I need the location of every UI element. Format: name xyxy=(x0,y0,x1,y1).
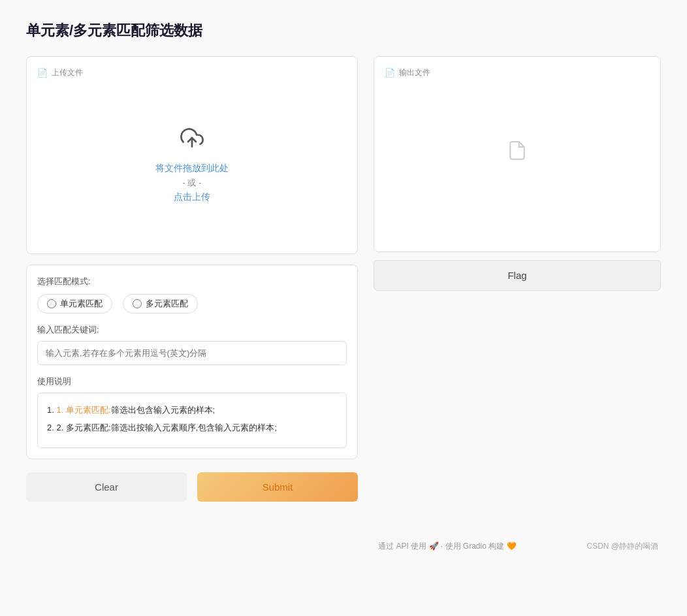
usage-box: 1. 1. 单元素匹配:筛选出包含输入元素的样本; 2. 2. 多元素匹配:筛选… xyxy=(37,393,347,448)
button-row: Clear Submit xyxy=(26,472,358,502)
radio-multi-label: 多元素匹配 xyxy=(146,298,188,310)
keyword-input[interactable] xyxy=(37,341,347,365)
drag-text: 将文件拖放到此处 xyxy=(155,163,229,174)
footer-right: CSDN @静静的喝酒 xyxy=(586,541,658,552)
usage-single-suffix: 筛选出包含输入元素的样本; xyxy=(111,405,216,415)
gradio-text: 使用 Gradio 构建 xyxy=(445,542,505,551)
footer-center: 通过 API 使用 🚀 · 使用 Gradio 构建 🧡 xyxy=(308,541,586,552)
upload-dropzone[interactable]: 将文件拖放到此处 - 或 - 点击上传 xyxy=(37,86,347,243)
footer: 通过 API 使用 🚀 · 使用 Gradio 构建 🧡 CSDN @静静的喝酒 xyxy=(26,541,661,552)
radio-single-input[interactable] xyxy=(47,299,56,308)
usage-multi-highlight: 2. 多元素匹配: xyxy=(56,423,110,432)
upload-section-label: 📄 上传文件 xyxy=(37,67,347,78)
output-section-label: 📄 输出文件 xyxy=(385,67,430,78)
click-upload-text[interactable]: 点击上传 xyxy=(174,191,210,203)
submit-button[interactable]: Submit xyxy=(197,472,358,502)
rocket-icon: 🚀 xyxy=(429,542,439,551)
radio-single-label: 单元素匹配 xyxy=(60,298,103,310)
usage-multi-suffix: 筛选出按输入元素顺序,包含输入元素的样本; xyxy=(111,423,277,432)
output-file-icon-label: 📄 xyxy=(385,68,395,78)
api-text: 通过 API 使用 xyxy=(378,542,426,551)
usage-item-1: 1. 1. 单元素匹配:筛选出包含输入元素的样本; xyxy=(47,402,337,417)
options-card: 选择匹配模式: 单元素匹配 多元素匹配 输入匹配关键词: 使用说明 xyxy=(26,265,358,459)
radio-single[interactable]: 单元素匹配 xyxy=(37,294,112,314)
radio-group: 单元素匹配 多元素匹配 xyxy=(37,294,347,314)
radio-multi-input[interactable] xyxy=(133,299,142,308)
flag-button[interactable]: Flag xyxy=(374,260,661,291)
match-mode-label: 选择匹配模式: xyxy=(37,276,347,287)
file-icon: 📄 xyxy=(37,68,48,78)
upload-card: 📄 上传文件 将文件拖放到此处 - 或 - 点击上传 xyxy=(26,56,358,254)
right-panel: 📄 输出文件 Flag xyxy=(374,56,661,291)
usage-item-2: 2. 2. 多元素匹配:筛选出按输入元素顺序,包含输入元素的样本; xyxy=(47,420,337,435)
usage-single-highlight: 1. 单元素匹配: xyxy=(56,405,110,415)
left-panel: 📄 上传文件 将文件拖放到此处 - 或 - 点击上传 xyxy=(26,56,358,502)
gradio-icon: 🧡 xyxy=(507,542,517,551)
clear-button[interactable]: Clear xyxy=(26,472,187,502)
usage-label: 使用说明 xyxy=(37,376,347,387)
output-card: 📄 输出文件 xyxy=(374,56,661,252)
page-title: 单元素/多元素匹配筛选数据 xyxy=(26,21,661,41)
radio-multi[interactable]: 多元素匹配 xyxy=(123,294,198,314)
footer-dot: · xyxy=(441,542,445,551)
or-text: - 或 - xyxy=(183,177,202,189)
keyword-label: 输入匹配关键词: xyxy=(37,324,347,336)
upload-icon xyxy=(180,126,204,155)
output-empty-icon xyxy=(507,140,528,169)
